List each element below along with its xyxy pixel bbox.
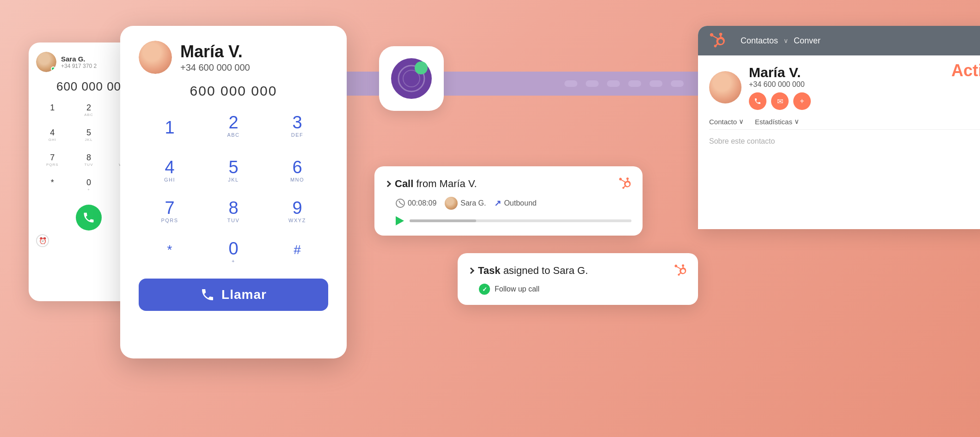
clock-hand-minute xyxy=(400,203,404,205)
main-key-hash[interactable]: # xyxy=(266,232,328,271)
main-contact-phone: +34 600 000 000 xyxy=(180,62,250,73)
call-record-title: Call from María V. xyxy=(386,178,477,190)
key-8[interactable]: 8TUV xyxy=(73,149,105,170)
main-key-9[interactable]: 9WXYZ xyxy=(266,192,328,231)
hubspot-header: Contactos ∨ Conver xyxy=(698,26,980,55)
tab-contacto[interactable]: Contacto ∨ xyxy=(709,117,744,126)
ribbon-dot xyxy=(607,80,620,87)
call-label-bold: Call xyxy=(395,178,413,189)
hubspot-call-button[interactable] xyxy=(749,92,766,110)
hubspot-card: Contactos ∨ Conver María V. +34 600 000 … xyxy=(698,26,980,229)
tab-estadisticas-arrow: ∨ xyxy=(794,117,799,126)
call-label-rest: from María V. xyxy=(413,178,477,189)
hubspot-nav: Contactos ∨ Conver xyxy=(737,34,824,48)
call-duration: 00:08:09 xyxy=(396,199,436,208)
task-header: Task asigned to Sara G. xyxy=(469,263,687,278)
task-title: Task asigned to Sara G. xyxy=(469,265,588,277)
ribbon-dot xyxy=(586,80,599,87)
small-call-circle[interactable] xyxy=(76,205,102,231)
online-indicator xyxy=(51,67,55,71)
key-5[interactable]: 5JKL xyxy=(73,124,105,146)
call-audio-player xyxy=(396,216,631,225)
call-direction: ↗ Outbound xyxy=(494,198,536,208)
maria-avatar-image xyxy=(139,41,172,74)
clock-icon: ⏰ xyxy=(36,234,49,247)
key-0[interactable]: 0+ xyxy=(73,174,105,195)
main-key-0[interactable]: 0+ xyxy=(202,232,264,271)
key-2[interactable]: 2ABC xyxy=(73,99,105,121)
main-key-5[interactable]: 5JKL xyxy=(202,151,264,190)
key-4[interactable]: 4GHI xyxy=(36,124,69,146)
hubspot-body: María V. +34 600 000 000 ✉ + Contacto ∨ xyxy=(698,55,980,155)
hubspot-actions: ✉ + xyxy=(749,92,811,110)
small-contact-info: Sara G. +34 917 370 2 xyxy=(61,55,97,69)
hubspot-acti-label: Acti xyxy=(951,61,980,80)
task-label-bold: Task xyxy=(478,265,501,276)
task-card: Task asigned to Sara G. ✓ Follow up call xyxy=(458,253,698,305)
task-hubspot-logo xyxy=(674,263,687,278)
small-contact-phone: +34 917 370 2 xyxy=(61,63,97,69)
hubspot-contact-row: María V. +34 600 000 000 ✉ + xyxy=(709,65,980,110)
main-key-1[interactable]: 1 xyxy=(139,106,201,149)
call-meta: 00:08:09 Sara G. ↗ Outbound xyxy=(396,197,631,210)
main-avatar xyxy=(139,41,172,74)
play-button[interactable] xyxy=(396,216,404,225)
key-star[interactable]: * xyxy=(36,174,69,195)
ribbon-dot xyxy=(628,80,641,87)
call-duration-value: 00:08:09 xyxy=(408,199,436,207)
audio-progress-fill xyxy=(410,219,476,222)
hubspot-contact-details: María V. +34 600 000 000 ✉ + xyxy=(749,65,811,110)
nav-arrow-1: ∨ xyxy=(784,37,788,44)
check-mark: ✓ xyxy=(482,286,487,293)
main-key-7[interactable]: 7PQRS xyxy=(139,192,201,231)
main-key-star[interactable]: * xyxy=(139,232,201,271)
hubspot-logo xyxy=(709,31,726,50)
call-direction-label: Outbound xyxy=(504,199,536,207)
task-chevron-right-icon xyxy=(468,267,474,274)
call-button[interactable]: Llamar xyxy=(139,279,328,311)
hubspot-nav-conver[interactable]: Conver xyxy=(790,34,824,48)
integration-logo-card xyxy=(379,46,444,111)
call-button-label: Llamar xyxy=(221,287,267,302)
small-avatar xyxy=(36,52,56,72)
agent-name: Sara G. xyxy=(460,199,486,207)
task-label: Task asigned to Sara G. xyxy=(478,265,588,277)
ribbon-dot xyxy=(564,80,577,87)
main-key-4[interactable]: 4GHI xyxy=(139,151,201,190)
main-key-2[interactable]: 2ABC xyxy=(202,106,264,149)
main-key-8[interactable]: 8TUV xyxy=(202,192,264,231)
check-circle-icon: ✓ xyxy=(479,284,490,295)
task-label-rest: asigned to Sara G. xyxy=(501,265,588,276)
key-1[interactable]: 1 xyxy=(36,99,69,121)
main-display-number: 600 000 000 xyxy=(139,83,328,99)
hubspot-section-title: Sobre este contacto xyxy=(709,137,980,146)
key-7[interactable]: 7PQRS xyxy=(36,149,69,170)
main-key-3[interactable]: 3DEF xyxy=(266,106,328,149)
small-contact-name: Sara G. xyxy=(61,55,97,63)
hubspot-tabs: Contacto ∨ Estadísticas ∨ xyxy=(709,117,980,130)
main-keypad: 1 2ABC 3DEF 4GHI 5JKL 6MNO 7PQRS 8TUV 9W… xyxy=(139,106,328,271)
hubspot-nav-contactos[interactable]: Contactos xyxy=(737,34,782,48)
task-item: ✓ Follow up call xyxy=(479,284,687,295)
ribbon-dot xyxy=(671,80,684,87)
hubspot-contact-avatar xyxy=(709,71,741,103)
clock-icon xyxy=(396,199,405,208)
hubspot-email-button[interactable]: ✉ xyxy=(771,92,789,110)
chevron-right-icon xyxy=(385,181,391,187)
main-contact-info: María V. +34 600 000 000 xyxy=(180,42,250,73)
integration-logo xyxy=(391,58,432,99)
tab-contacto-label: Contacto xyxy=(709,118,737,126)
outbound-arrow-icon: ↗ xyxy=(494,198,501,208)
ribbon-dot xyxy=(649,80,662,87)
svg-point-3 xyxy=(415,61,428,74)
main-dialer-header: María V. +34 600 000 000 xyxy=(139,41,328,74)
logo-svg xyxy=(391,58,432,99)
main-key-6[interactable]: 6MNO xyxy=(266,151,328,190)
tab-estadisticas-label: Estadísticas xyxy=(755,118,792,126)
main-contact-name: María V. xyxy=(180,42,250,61)
tab-contacto-arrow: ∨ xyxy=(739,117,744,126)
call-record-hubspot-logo xyxy=(619,176,631,191)
hubspot-add-button[interactable]: + xyxy=(793,92,811,110)
audio-progress-bar[interactable] xyxy=(410,219,631,222)
tab-estadisticas[interactable]: Estadísticas ∨ xyxy=(755,117,799,126)
